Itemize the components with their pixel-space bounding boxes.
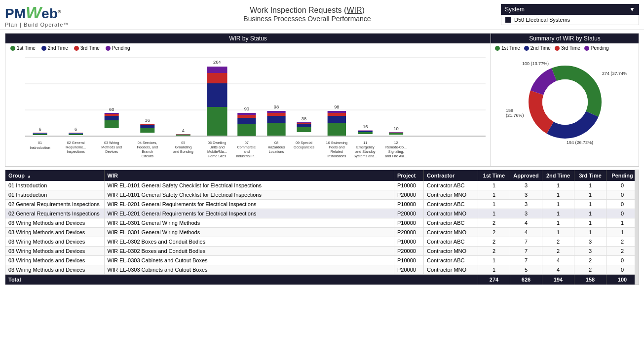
cell-second-time: 2 (542, 237, 574, 247)
charts-row: WIR by Status 1st Time 2nd Time 3rd Time… (5, 33, 639, 167)
sort-asc-icon: ▲ (27, 174, 31, 178)
cell-pending: 0 (606, 209, 639, 218)
svg-rect-9 (33, 133, 47, 134)
legend-pending: Pending (106, 45, 130, 51)
cell-approved: 3 (510, 200, 542, 209)
svg-rect-78 (328, 123, 346, 136)
scrollbar[interactable] (635, 170, 639, 285)
bar-group-05: 4 05 Grounding and Bonding (173, 128, 193, 154)
col-header-group[interactable]: Group ▲ (5, 170, 104, 181)
page-title-line2: Business Processes Overall Performance (114, 15, 501, 23)
cell-first-time: 1 (478, 200, 510, 209)
svg-rect-38 (176, 135, 190, 136)
svg-rect-8 (33, 134, 47, 135)
cell-second-time: 1 (542, 200, 574, 209)
donut-label-pending: Pending (591, 45, 609, 51)
cell-second-time: 2 (542, 247, 574, 256)
legend-dot-2nd (41, 46, 46, 51)
donut-legend-2nd: 2nd Time (524, 45, 551, 51)
svg-rect-89 (358, 131, 373, 131)
svg-text:Installations: Installations (327, 154, 346, 158)
legend-dot-pending (106, 46, 111, 51)
table-row: 01 Instroduction WIR EL-0101 General Saf… (5, 190, 639, 200)
svg-rect-65 (267, 113, 285, 116)
svg-rect-64 (267, 116, 285, 123)
cell-wir: WIR EL-0201 General Requirements for Ele… (104, 209, 394, 218)
cell-second-time: 1 (542, 190, 574, 200)
donut-svg: 274 (37.74%) 158 (21.76%) 100 (13.77%) 1… (503, 53, 627, 151)
col-header-pending[interactable]: Pending (606, 170, 639, 181)
footer-total-label: Total (5, 275, 478, 285)
svg-rect-15 (69, 133, 83, 134)
bar-chart-section: WIR by Status 1st Time 2nd Time 3rd Time… (5, 33, 491, 167)
cell-pending: 2 (606, 237, 639, 247)
cell-second-time: 4 (542, 265, 574, 275)
svg-rect-24 (105, 113, 119, 114)
cell-approved: 7 (510, 247, 542, 256)
col-header-project[interactable]: Project (394, 170, 424, 181)
footer-approved: 626 (510, 275, 542, 285)
legend-label-3rd: 3rd Time (80, 45, 100, 51)
table-row: 03 Wiring Methods and Devices WIR EL-030… (5, 256, 639, 265)
svg-text:10: 10 (393, 126, 398, 131)
svg-text:Hazardous: Hazardous (268, 145, 285, 149)
svg-text:Locations: Locations (269, 150, 284, 154)
svg-rect-57 (237, 113, 256, 115)
cell-first-time: 1 (478, 265, 510, 275)
svg-text:10 Swimming: 10 Swimming (326, 141, 347, 145)
bar-group-06: 264 06 Dwelling Units and Mobile/Ma... H… (207, 60, 227, 158)
svg-rect-29 (140, 128, 154, 133)
svg-text:Instroduction: Instroduction (30, 146, 50, 150)
col-header-approved[interactable]: Approved (510, 170, 542, 181)
bar-group-11: 16 11 Emergency and Standby Systems and.… (353, 124, 377, 158)
svg-rect-10 (33, 133, 47, 133)
cell-third-time: 2 (574, 265, 606, 275)
system-filter[interactable]: System ▼ D50 Electrical Systems (501, 4, 639, 25)
cell-first-time: 2 (478, 228, 510, 237)
legend-1st-time: 1st Time (10, 45, 36, 51)
cell-second-time: 1 (542, 181, 574, 190)
col-header-third-time[interactable]: 3rd Time (574, 170, 606, 181)
donut-legend-pending: Pending (584, 45, 609, 51)
table-row: 03 Wiring Methods and Devices WIR EL-030… (5, 218, 639, 228)
col-header-first-time[interactable]: 1st Time (478, 170, 510, 181)
col-header-second-time[interactable]: 2nd Time (542, 170, 574, 181)
footer-pending: 100 (606, 275, 639, 285)
donut-label-3rd: 3rd Time (561, 45, 580, 51)
bar-group-10: 98 10 Swimming Pools and Related Install… (326, 105, 347, 158)
data-table: Group ▲ WIR Project Contractor 1st Time … (5, 170, 639, 285)
cell-second-time: 1 (542, 218, 574, 228)
svg-rect-23 (105, 114, 119, 116)
col-header-wir[interactable]: WIR (104, 170, 394, 181)
bar-group-08: 98 08 Hazardous Locations (267, 105, 285, 154)
svg-text:4: 4 (182, 128, 185, 133)
footer-second-time: 194 (542, 275, 574, 285)
svg-text:Inspections: Inspections (67, 150, 85, 154)
svg-text:and Fire Ala...: and Fire Ala... (385, 154, 407, 158)
cell-contractor: Contractor ABC (424, 218, 478, 228)
legend-label-2nd: 2nd Time (48, 45, 68, 51)
title-area: Work Inspection Requests (WIR) Business … (114, 4, 501, 23)
donut-chart-legend: 1st Time 2nd Time 3rd Time Pending (491, 43, 639, 53)
svg-rect-97 (389, 133, 403, 133)
cell-project: P10000 (394, 181, 424, 190)
cell-second-time: 4 (542, 256, 574, 265)
col-header-contractor[interactable]: Contractor (424, 170, 478, 181)
cell-third-time: 1 (574, 200, 606, 209)
svg-text:and Standby: and Standby (355, 150, 376, 154)
bar-group-09: 38 09 Special Occupancies (294, 116, 314, 149)
legend-label-1st: 1st Time (17, 45, 36, 51)
legend-3rd-time: 3rd Time (74, 45, 100, 51)
svg-text:Devices: Devices (105, 150, 118, 154)
system-filter-header[interactable]: System ▼ (501, 4, 639, 15)
bar-group-07: 90 07 Commercial and Industrial In... (236, 107, 257, 158)
table-row: 03 Wiring Methods and Devices WIR EL-030… (5, 237, 639, 247)
cell-contractor: Contractor MNO (424, 265, 478, 275)
cell-project: P20000 (394, 228, 424, 237)
cell-first-time: 1 (478, 209, 510, 218)
page-title-line1: Work Inspection Requests (WIR) (114, 6, 501, 15)
donut-dot-3rd (555, 46, 560, 51)
svg-rect-45 (207, 107, 227, 136)
cell-first-time: 2 (478, 247, 510, 256)
svg-rect-31 (140, 124, 154, 125)
